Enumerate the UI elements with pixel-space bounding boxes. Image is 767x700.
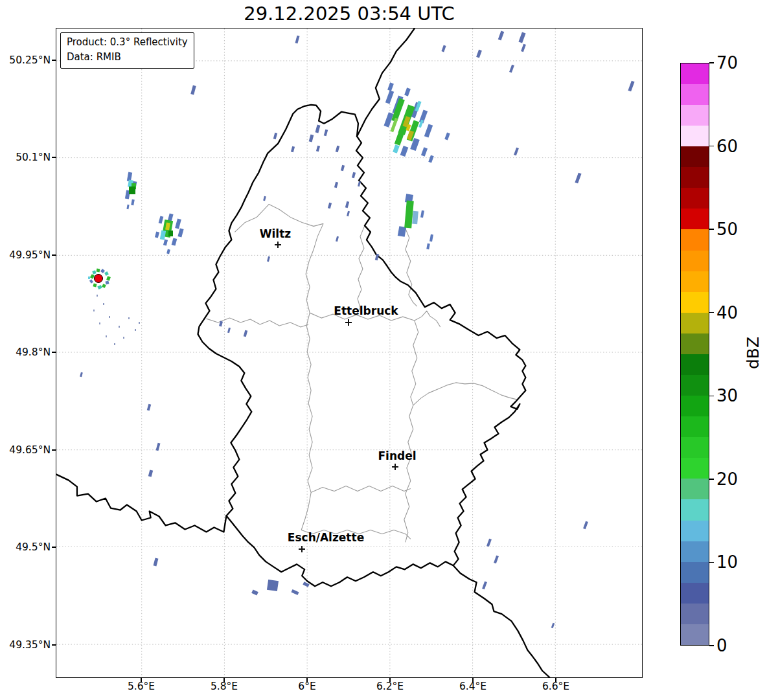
city-marker-icon: [348, 319, 349, 326]
data-source-line: Data: RMIB: [67, 50, 188, 65]
colorbar-step: [681, 167, 709, 188]
page-title: 29.12.2025 03:54 UTC: [56, 3, 643, 25]
colorbar-step: [681, 84, 709, 105]
colorbar-step: [681, 521, 709, 541]
colorbar-step: [681, 209, 709, 229]
lon-tick-label: 6.4°E: [444, 681, 502, 692]
radar-clutter-dot: [114, 343, 115, 345]
radar-site-marker: [94, 274, 103, 283]
lat-tick-label: 49.35°N: [0, 638, 51, 651]
colorbar-step: [681, 188, 709, 209]
colorbar-step: [681, 396, 709, 416]
colorbar-step: [681, 271, 709, 292]
lat-tick-mark: [52, 644, 56, 646]
radar-echo-bin: [88, 277, 90, 279]
radar-clutter-dot: [103, 303, 104, 305]
radar-clutter-dot: [119, 326, 120, 328]
radar-echo-bin: [97, 269, 100, 273]
radar-echo-bin: [129, 186, 135, 194]
colorbar-step: [681, 624, 709, 645]
lon-tick-mark: [555, 678, 556, 682]
lon-tick-mark: [306, 678, 308, 682]
radar-clutter-dot: [123, 337, 124, 339]
colorbar-unit-label: dBZ: [744, 334, 762, 372]
colorbar-step: [681, 229, 709, 250]
colorbar-step: [681, 458, 709, 479]
colorbar-step: [681, 105, 709, 126]
lat-tick-label: 50.25°N: [0, 54, 51, 67]
colorbar-tick-mark: [709, 62, 714, 63]
lat-tick-label: 50.1°N: [0, 151, 51, 164]
lat-tick-mark: [52, 352, 56, 353]
radar-clutter-dot: [128, 317, 130, 319]
radar-echo-bin: [168, 231, 173, 236]
colorbar-step: [681, 146, 709, 167]
colorbar-step: [681, 562, 709, 583]
lat-tick-mark: [52, 449, 56, 451]
colorbar-tick-mark: [709, 562, 714, 563]
city-label: Wiltz: [223, 227, 327, 240]
lat-tick-mark: [52, 547, 56, 548]
lon-tick-mark: [472, 678, 474, 682]
colorbar-tick-label: 50: [716, 220, 738, 238]
lon-tick-label: 6.6°E: [527, 681, 585, 692]
city-marker-icon: [277, 242, 279, 248]
radar-clutter-dot: [135, 329, 136, 331]
lat-tick-label: 49.65°N: [0, 444, 51, 457]
lat-tick-mark: [52, 157, 56, 158]
luxembourg-border: [198, 105, 526, 587]
country-borders: [56, 28, 549, 677]
lat-tick-mark: [52, 60, 56, 61]
radar-clutter-dot: [97, 295, 98, 297]
colorbar-step: [681, 292, 709, 313]
lat-tick-label: 49.8°N: [0, 346, 51, 359]
lon-tick-label: 6.2°E: [361, 681, 419, 692]
colorbar-step: [681, 375, 709, 396]
colorbar-step: [681, 251, 709, 271]
product-info-box: Product: 0.3° Reflectivity Data: RMIB: [60, 32, 194, 69]
colorbar-step: [681, 604, 709, 624]
colorbar-step: [681, 63, 709, 84]
colorbar-tick-mark: [709, 312, 714, 313]
lon-tick-label: 6°E: [278, 681, 336, 692]
colorbar-tick-label: 40: [716, 304, 738, 322]
radar-clutter-dot: [93, 310, 95, 311]
canton-borders: [206, 204, 516, 542]
colorbar-tick-label: 0: [716, 637, 727, 655]
colorbar-step: [681, 313, 709, 333]
lat-tick-label: 49.5°N: [0, 541, 51, 554]
colorbar-tick-label: 10: [716, 553, 738, 571]
radar-echo-bin: [267, 580, 279, 591]
lon-tick-mark: [223, 678, 225, 682]
colorbar-tick-label: 70: [716, 54, 738, 72]
colorbar-step: [681, 479, 709, 499]
radar-clutter-dot: [99, 322, 100, 324]
map-plot-area: [56, 28, 643, 678]
city-label: Esch/Alzette: [274, 531, 378, 544]
france-germany-border: [453, 565, 550, 677]
radar-clutter-dot: [139, 322, 140, 324]
colorbar-step: [681, 541, 709, 562]
colorbar-step: [681, 333, 709, 354]
colorbar-step: [681, 437, 709, 458]
colorbar-step: [681, 499, 709, 520]
city-marker-icon: [395, 464, 396, 470]
lon-tick-label: 5.8°E: [195, 681, 253, 692]
colorbar-step: [681, 416, 709, 437]
colorbar-step: [681, 126, 709, 146]
colorbar-tick-mark: [709, 479, 714, 480]
colorbar-tick-label: 60: [716, 137, 738, 155]
lon-tick-mark: [389, 678, 391, 682]
graticule-gridlines: [56, 28, 642, 677]
radar-clutter-dot: [106, 335, 107, 337]
lon-tick-label: 5.6°E: [112, 681, 170, 692]
radar-clutter-dot: [109, 316, 110, 318]
colorbar-tick-mark: [709, 229, 714, 230]
reflectivity-colorbar: [680, 63, 709, 646]
radar-figure: 29.12.2025 03:54 UTC: [0, 0, 767, 700]
colorbar-tick-mark: [709, 146, 714, 147]
lat-tick-mark: [52, 254, 56, 256]
luxembourg-map: [56, 28, 642, 677]
colorbar-tick-label: 30: [716, 387, 738, 405]
product-info-line: Product: 0.3° Reflectivity: [67, 35, 188, 50]
